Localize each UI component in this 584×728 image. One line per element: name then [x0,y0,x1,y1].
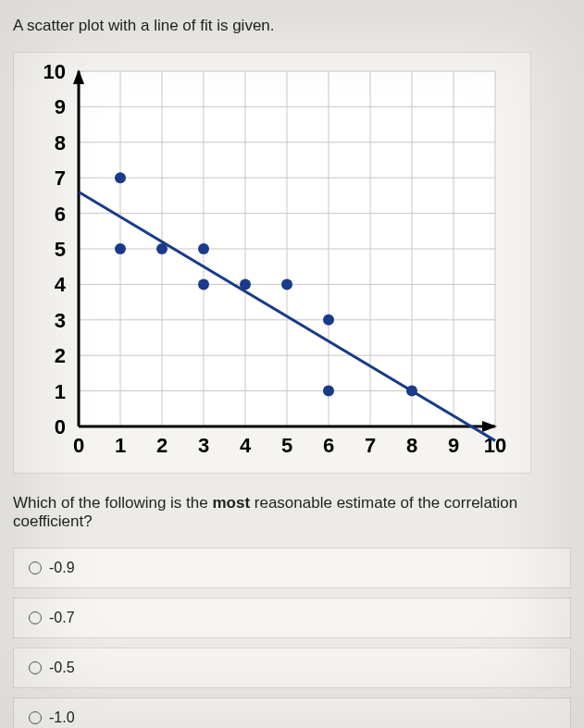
svg-text:2: 2 [55,344,66,367]
option-3[interactable]: -1.0 [13,697,571,728]
chart-svg: 012345678910012345678910 [23,62,523,469]
svg-point-54 [198,278,209,290]
svg-point-57 [323,315,334,326]
radio-icon [29,561,42,574]
svg-point-52 [156,243,168,254]
svg-text:1: 1 [55,380,66,403]
svg-text:3: 3 [55,309,66,332]
svg-text:9: 9 [448,434,459,457]
options-list: -0.9 -0.7 -0.5 -1.0 [13,548,571,728]
radio-icon [29,661,42,674]
svg-text:10: 10 [43,62,66,83]
svg-text:4: 4 [240,434,252,457]
option-0[interactable]: -0.9 [13,548,571,588]
svg-point-59 [406,386,417,397]
svg-point-50 [115,172,126,183]
option-1[interactable]: -0.7 [13,598,571,638]
svg-text:8: 8 [55,131,66,154]
option-2[interactable]: -0.5 [13,648,571,688]
svg-text:0: 0 [55,415,66,438]
svg-text:0: 0 [73,434,84,457]
svg-text:6: 6 [323,434,334,457]
svg-point-56 [281,278,292,290]
svg-text:5: 5 [281,434,292,457]
svg-text:5: 5 [55,238,66,261]
svg-text:7: 7 [365,434,376,457]
option-label: -0.9 [49,560,75,576]
intro-text: A scatter plot with a line of fit is giv… [13,17,571,35]
svg-text:2: 2 [156,434,168,457]
option-label: -0.5 [49,660,75,676]
scatter-chart: 012345678910012345678910 [13,52,531,474]
svg-point-55 [240,278,251,290]
svg-text:7: 7 [55,167,66,190]
option-label: -1.0 [49,709,75,726]
svg-point-58 [323,386,334,397]
svg-text:4: 4 [55,273,67,296]
svg-text:8: 8 [406,434,417,457]
svg-text:1: 1 [115,434,126,457]
question-text: Which of the following is the most reaso… [13,494,571,531]
svg-point-51 [115,243,126,254]
question-bold: most [212,494,250,512]
svg-point-53 [198,243,209,254]
question-prefix: Which of the following is the [13,494,212,512]
svg-text:9: 9 [55,95,66,118]
svg-text:3: 3 [198,434,209,457]
radio-icon [29,711,42,724]
svg-text:6: 6 [55,203,66,226]
option-label: -0.7 [49,610,75,626]
radio-icon [29,611,42,624]
